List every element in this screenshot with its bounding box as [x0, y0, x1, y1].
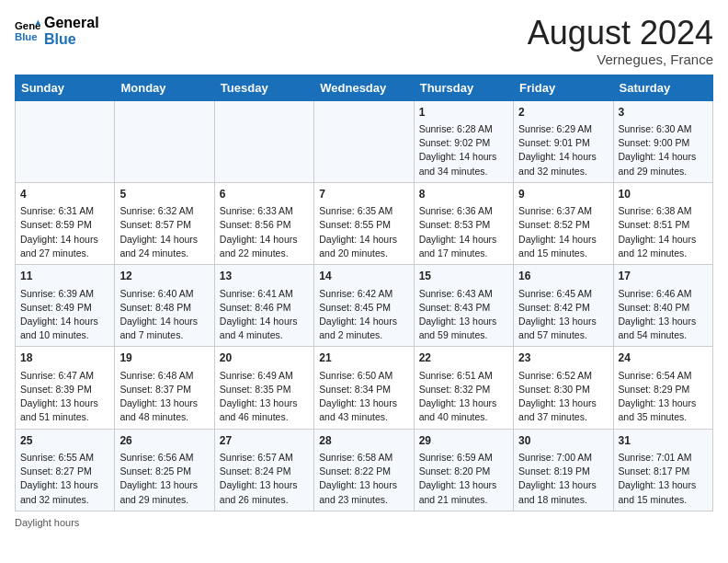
day-number: 16 [518, 269, 608, 284]
day-info: Sunrise: 7:00 AMSunset: 8:19 PMDaylight:… [518, 451, 608, 507]
day-number: 13 [220, 269, 309, 284]
day-number: 8 [419, 187, 508, 202]
day-info: Sunrise: 6:32 AMSunset: 8:57 PMDaylight:… [119, 204, 209, 260]
logo-general: General [44, 15, 99, 31]
day-info: Sunrise: 6:47 AMSunset: 8:39 PMDaylight:… [20, 369, 109, 425]
day-info: Sunrise: 6:51 AMSunset: 8:32 PMDaylight:… [419, 369, 508, 425]
day-number: 23 [518, 350, 608, 366]
week-row-1: 4Sunrise: 6:31 AMSunset: 8:59 PMDaylight… [16, 182, 713, 264]
calendar-cell: 25Sunrise: 6:55 AMSunset: 8:27 PMDayligh… [16, 429, 115, 511]
calendar-cell [16, 100, 115, 182]
day-number: 31 [619, 433, 708, 449]
calendar-cell: 31Sunrise: 7:01 AMSunset: 8:17 PMDayligh… [613, 429, 712, 511]
calendar-cell [214, 100, 313, 182]
day-info: Sunrise: 6:37 AMSunset: 8:52 PMDaylight:… [518, 204, 608, 260]
location-label: Vernegues, France [528, 52, 713, 67]
calendar-cell: 8Sunrise: 6:36 AMSunset: 8:53 PMDaylight… [414, 182, 513, 264]
day-info: Sunrise: 6:39 AMSunset: 8:49 PMDaylight:… [20, 287, 109, 343]
calendar-cell: 11Sunrise: 6:39 AMSunset: 8:49 PMDayligh… [16, 265, 115, 347]
page-header: General Blue General Blue August 2024 Ve… [15, 15, 713, 67]
calendar-body: 1Sunrise: 6:28 AMSunset: 9:02 PMDaylight… [16, 100, 713, 511]
svg-text:General: General [15, 20, 40, 31]
day-info: Sunrise: 6:36 AMSunset: 8:53 PMDaylight:… [419, 204, 508, 260]
day-info: Sunrise: 6:50 AMSunset: 8:34 PMDaylight:… [319, 369, 408, 425]
calendar-cell: 14Sunrise: 6:42 AMSunset: 8:45 PMDayligh… [314, 265, 414, 347]
day-number: 3 [619, 105, 708, 121]
day-info: Sunrise: 6:38 AMSunset: 8:51 PMDaylight:… [619, 204, 708, 260]
calendar-cell: 27Sunrise: 6:57 AMSunset: 8:24 PMDayligh… [214, 429, 313, 511]
day-number: 24 [619, 350, 708, 366]
day-number: 6 [220, 187, 309, 202]
day-number: 11 [20, 269, 109, 284]
header-friday: Friday [514, 75, 613, 100]
header-row: SundayMondayTuesdayWednesdayThursdayFrid… [16, 75, 713, 100]
calendar-cell: 6Sunrise: 6:33 AMSunset: 8:56 PMDaylight… [214, 182, 313, 264]
calendar-cell: 1Sunrise: 6:28 AMSunset: 9:02 PMDaylight… [414, 100, 513, 182]
calendar-cell: 22Sunrise: 6:51 AMSunset: 8:32 PMDayligh… [414, 347, 513, 429]
calendar-cell: 20Sunrise: 6:49 AMSunset: 8:35 PMDayligh… [214, 347, 313, 429]
calendar-cell: 18Sunrise: 6:47 AMSunset: 8:39 PMDayligh… [16, 347, 115, 429]
calendar-cell: 5Sunrise: 6:32 AMSunset: 8:57 PMDaylight… [115, 182, 214, 264]
calendar-cell [115, 100, 214, 182]
day-number: 26 [119, 433, 209, 449]
header-saturday: Saturday [613, 75, 712, 100]
logo-icon: General Blue [15, 18, 40, 44]
logo-blue: Blue [44, 31, 99, 48]
calendar-cell: 7Sunrise: 6:35 AMSunset: 8:55 PMDaylight… [314, 182, 414, 264]
header-monday: Monday [115, 75, 214, 100]
week-row-4: 25Sunrise: 6:55 AMSunset: 8:27 PMDayligh… [16, 429, 713, 511]
day-info: Sunrise: 6:42 AMSunset: 8:45 PMDaylight:… [319, 287, 408, 343]
header-sunday: Sunday [16, 75, 115, 100]
day-number: 1 [419, 105, 508, 121]
day-info: Sunrise: 6:54 AMSunset: 8:29 PMDaylight:… [619, 369, 708, 425]
calendar-cell: 4Sunrise: 6:31 AMSunset: 8:59 PMDaylight… [16, 182, 115, 264]
day-info: Sunrise: 6:33 AMSunset: 8:56 PMDaylight:… [220, 204, 309, 260]
day-number: 21 [319, 350, 408, 366]
day-number: 14 [319, 269, 408, 284]
day-number: 2 [518, 105, 608, 121]
svg-text:Blue: Blue [15, 30, 38, 41]
day-number: 27 [220, 433, 309, 449]
calendar-cell: 21Sunrise: 6:50 AMSunset: 8:34 PMDayligh… [314, 347, 414, 429]
day-info: Sunrise: 6:58 AMSunset: 8:22 PMDaylight:… [319, 451, 408, 507]
day-number: 18 [20, 350, 109, 366]
calendar-cell: 16Sunrise: 6:45 AMSunset: 8:42 PMDayligh… [514, 265, 613, 347]
day-number: 30 [518, 433, 608, 449]
day-info: Sunrise: 6:57 AMSunset: 8:24 PMDaylight:… [220, 451, 309, 507]
day-info: Sunrise: 6:56 AMSunset: 8:25 PMDaylight:… [119, 451, 209, 507]
calendar-cell: 24Sunrise: 6:54 AMSunset: 8:29 PMDayligh… [613, 347, 712, 429]
day-info: Sunrise: 6:52 AMSunset: 8:30 PMDaylight:… [518, 369, 608, 425]
calendar-cell: 19Sunrise: 6:48 AMSunset: 8:37 PMDayligh… [115, 347, 214, 429]
week-row-0: 1Sunrise: 6:28 AMSunset: 9:02 PMDaylight… [16, 100, 713, 182]
header-thursday: Thursday [414, 75, 513, 100]
day-info: Sunrise: 6:30 AMSunset: 9:00 PMDaylight:… [619, 122, 708, 178]
calendar-cell: 13Sunrise: 6:41 AMSunset: 8:46 PMDayligh… [214, 265, 313, 347]
calendar-table: SundayMondayTuesdayWednesdayThursdayFrid… [15, 75, 713, 511]
week-row-3: 18Sunrise: 6:47 AMSunset: 8:39 PMDayligh… [16, 347, 713, 429]
header-tuesday: Tuesday [214, 75, 313, 100]
day-info: Sunrise: 7:01 AMSunset: 8:17 PMDaylight:… [619, 451, 708, 507]
footer-note: Daylight hours [15, 517, 713, 528]
calendar-cell: 12Sunrise: 6:40 AMSunset: 8:48 PMDayligh… [115, 265, 214, 347]
day-info: Sunrise: 6:28 AMSunset: 9:02 PMDaylight:… [419, 122, 508, 178]
day-number: 25 [20, 433, 109, 449]
calendar-cell: 3Sunrise: 6:30 AMSunset: 9:00 PMDaylight… [613, 100, 712, 182]
day-number: 15 [419, 269, 508, 284]
calendar-cell: 10Sunrise: 6:38 AMSunset: 8:51 PMDayligh… [613, 182, 712, 264]
calendar-cell: 17Sunrise: 6:46 AMSunset: 8:40 PMDayligh… [613, 265, 712, 347]
day-info: Sunrise: 6:35 AMSunset: 8:55 PMDaylight:… [319, 204, 408, 260]
day-info: Sunrise: 6:45 AMSunset: 8:42 PMDaylight:… [518, 287, 608, 343]
calendar-cell: 28Sunrise: 6:58 AMSunset: 8:22 PMDayligh… [314, 429, 414, 511]
calendar-cell: 9Sunrise: 6:37 AMSunset: 8:52 PMDaylight… [514, 182, 613, 264]
day-number: 19 [119, 350, 209, 366]
day-info: Sunrise: 6:40 AMSunset: 8:48 PMDaylight:… [119, 287, 209, 343]
day-info: Sunrise: 6:43 AMSunset: 8:43 PMDaylight:… [419, 287, 508, 343]
day-number: 10 [619, 187, 708, 202]
day-number: 9 [518, 187, 608, 202]
day-number: 7 [319, 187, 408, 202]
day-info: Sunrise: 6:46 AMSunset: 8:40 PMDaylight:… [619, 287, 708, 343]
calendar-cell: 30Sunrise: 7:00 AMSunset: 8:19 PMDayligh… [514, 429, 613, 511]
day-number: 28 [319, 433, 408, 449]
calendar-cell [314, 100, 414, 182]
day-number: 5 [119, 187, 209, 202]
